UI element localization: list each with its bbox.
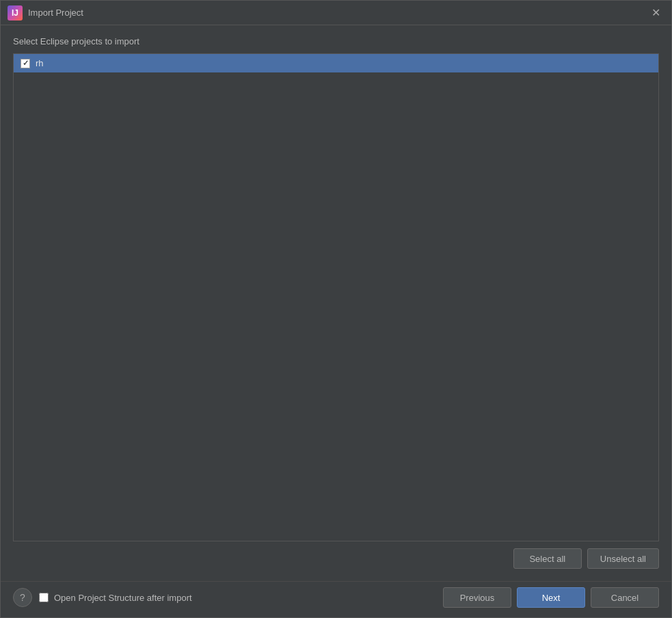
import-project-dialog: IJ Import Project ✕ Select Eclipse proje… — [0, 0, 672, 618]
help-button[interactable]: ? — [13, 588, 32, 607]
project-list[interactable]: ✓ rh — [13, 53, 659, 541]
open-project-text: Open Project Structure after import — [54, 593, 192, 603]
project-name: rh — [36, 58, 44, 68]
dialog-title: Import Project — [28, 8, 83, 18]
project-checkbox[interactable]: ✓ — [21, 59, 30, 68]
select-all-button[interactable]: Select all — [513, 548, 582, 569]
open-project-checkbox[interactable] — [39, 593, 49, 602]
dialog-content: Select Eclipse projects to import ✓ rh S… — [1, 25, 671, 581]
cancel-button[interactable]: Cancel — [591, 587, 659, 608]
footer-right: Previous Next Cancel — [443, 587, 659, 608]
footer-row: ? Open Project Structure after import Pr… — [1, 581, 671, 617]
previous-button[interactable]: Previous — [443, 587, 511, 608]
title-bar-left: IJ Import Project — [8, 5, 83, 21]
next-button[interactable]: Next — [517, 587, 585, 608]
list-item[interactable]: ✓ rh — [14, 54, 658, 72]
selection-buttons-row: Select all Unselect all — [13, 541, 659, 574]
close-button[interactable]: ✕ — [647, 6, 664, 20]
section-label: Select Eclipse projects to import — [13, 36, 659, 46]
footer-left: ? Open Project Structure after import — [13, 588, 192, 607]
unselect-all-button[interactable]: Unselect all — [587, 548, 659, 569]
open-project-label[interactable]: Open Project Structure after import — [39, 593, 192, 603]
app-icon: IJ — [8, 5, 23, 21]
title-bar: IJ Import Project ✕ — [1, 1, 671, 25]
